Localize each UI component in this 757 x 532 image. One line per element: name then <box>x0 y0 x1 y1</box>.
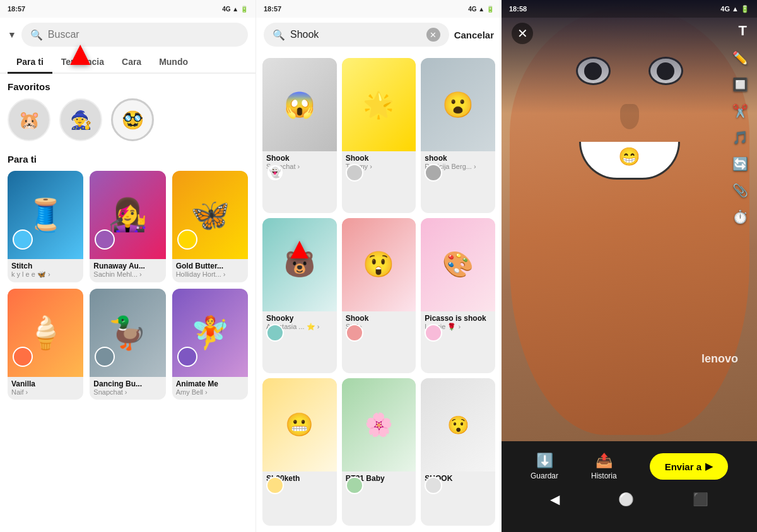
send-label: Enviar a <box>665 461 701 472</box>
send-button[interactable]: Enviar a ▶ <box>650 453 728 480</box>
fav-emoji-2: 🧙 <box>70 110 92 130</box>
list-item[interactable]: 🌟 Shook Tommy › <box>342 58 416 213</box>
status-bar-2: 18:57 4G ▲ 🔋 <box>256 0 502 18</box>
text-tool-icon[interactable]: T <box>739 23 747 39</box>
scissors-icon[interactable]: ✂️ <box>732 103 748 119</box>
lens-creator: k y l e e 🦋 › <box>11 270 79 279</box>
search-row-1: ▼ 🔍 <box>0 18 255 52</box>
sticker-icon[interactable]: 🔲 <box>732 77 748 92</box>
save-icon: ⬇️ <box>536 453 553 469</box>
search-icon-1: 🔍 <box>30 29 43 41</box>
search-active-box[interactable]: 🔍 ✕ <box>264 23 449 47</box>
camera-tools: ✏️ 🔲 ✂️ 🎵 🔄 📎 ⏱️ <box>732 50 748 224</box>
lens-creator: Snapchat › <box>93 388 161 396</box>
tab-para-ti[interactable]: Para ti <box>8 52 52 74</box>
status-icons-3: 4G ▲ 🔋 <box>720 5 749 13</box>
list-item[interactable]: 😱 👻 Shook Snapchat › <box>262 58 337 213</box>
status-icons-2: 4G ▲ 🔋 <box>468 6 494 13</box>
dropdown-icon[interactable]: ▼ <box>8 30 16 40</box>
status-bar-3: 18:58 4G ▲ 🔋 <box>502 0 757 18</box>
cancel-button[interactable]: Cancelar <box>454 30 494 40</box>
time-2: 18:57 <box>264 5 281 13</box>
story-button[interactable]: 📤 Historia <box>591 453 617 480</box>
tab-mundo[interactable]: Mundo <box>150 52 197 74</box>
result-name: Shooky <box>266 314 333 323</box>
status-bar-1: 18:57 4G ▲ 🔋 <box>0 0 255 18</box>
list-item[interactable]: 👩‍🎤 Runaway Au... Sachin Mehl... › <box>90 171 165 282</box>
lens-name: Runaway Au... <box>93 262 161 270</box>
fav-emoji-1: 🐹 <box>18 110 40 130</box>
result-name: Shook <box>266 154 333 163</box>
story-label: Historia <box>591 471 617 480</box>
time-3: 18:58 <box>509 5 527 13</box>
home-icon[interactable]: ⚪ <box>618 492 634 507</box>
list-item[interactable]: 🧵 Stitch k y l e e 🦋 › <box>8 171 83 282</box>
lens-creator: Holliday Hort... › <box>176 270 244 278</box>
red-arrow-2: ▲ <box>285 231 315 265</box>
result-name: shook <box>425 154 491 163</box>
fav-emoji-3: 🥸 <box>122 110 144 130</box>
panel-camera: 18:58 4G ▲ 🔋 <box>502 0 757 532</box>
camera-bottom: ⬇️ Guardar 📤 Historia Enviar a ▶ ◀ ⚪ ⬛ <box>502 441 757 532</box>
results-grid: 😱 👻 Shook Snapchat › 🌟 Shook Tommy › 😮 s… <box>256 52 502 532</box>
status-icons-1: 4G ▲ 🔋 <box>222 6 248 13</box>
red-arrow-1: ▲ <box>63 33 97 72</box>
pencil-icon[interactable]: ✏️ <box>732 50 748 66</box>
lens-creator: Amy Bell › <box>176 388 244 396</box>
camera-actions: ⬇️ Guardar 📤 Historia Enviar a ▶ <box>502 448 757 485</box>
lens-creator: Naif › <box>11 388 79 396</box>
attach-icon[interactable]: 📎 <box>732 183 748 198</box>
clock-icon[interactable]: ⏱️ <box>732 209 748 224</box>
time-1: 18:57 <box>8 5 25 13</box>
fav-item-1[interactable]: 🐹 <box>8 98 50 141</box>
fav-item-3[interactable]: 🥸 <box>111 98 154 141</box>
camera-view: 😁 ✕ T ✏️ 🔲 ✂️ 🎵 🔄 📎 ⏱️ lenovo <box>502 0 757 441</box>
lens-name: Dancing Bu... <box>93 379 161 388</box>
fav-item-2[interactable]: 🧙 <box>59 98 102 141</box>
clear-button[interactable]: ✕ <box>426 28 440 42</box>
search-active-input[interactable] <box>290 29 421 40</box>
panel-search: 18:57 4G ▲ 🔋 🔍 ✕ Cancelar 😱 👻 Shook Snap… <box>255 0 502 532</box>
lenses-grid: 🧵 Stitch k y l e e 🦋 › 👩‍🎤 Runaway Au...… <box>8 171 248 400</box>
send-arrow-icon: ▶ <box>705 461 713 472</box>
panel-browse: 18:57 4G ▲ 🔋 ▼ 🔍 ▲ Para ti Tendencia Car… <box>0 0 255 532</box>
favorites-row: 🐹 🧙 🥸 <box>8 98 248 141</box>
list-item[interactable]: 🧚 Animate Me Amy Bell › <box>172 289 248 400</box>
recents-icon[interactable]: ⬛ <box>693 492 708 507</box>
save-label: Guardar <box>531 471 558 480</box>
lens-name: Vanilla <box>11 379 79 388</box>
close-button[interactable]: ✕ <box>512 23 533 44</box>
scroll-area-1[interactable]: Favoritos 🐹 🧙 🥸 Para ti 🧵 Stitch k y l e <box>0 74 255 532</box>
list-item[interactable]: 😮 shook Patricija Berg... › <box>421 58 495 213</box>
result-name: Shook <box>346 154 413 163</box>
lenovo-label: lenovo <box>701 352 738 366</box>
search-active-bar: 🔍 ✕ Cancelar <box>256 18 502 52</box>
story-icon: 📤 <box>596 453 613 469</box>
list-item[interactable]: 🍦 Vanilla Naif › <box>8 289 83 400</box>
tabs-row-1: Para ti Tendencia Cara Mundo <box>0 52 255 74</box>
list-item[interactable]: 🦋 Gold Butter... Holliday Hort... › <box>172 171 248 282</box>
save-button[interactable]: ⬇️ Guardar <box>531 453 558 480</box>
tab-cara[interactable]: Cara <box>113 52 150 74</box>
list-item[interactable]: 😲 Shook Stef › <box>342 218 416 374</box>
list-item[interactable]: 😯 SHOOK <box>421 378 495 526</box>
list-item[interactable]: 😬 Sh00keth <box>262 378 337 526</box>
back-icon[interactable]: ◀ <box>550 492 560 507</box>
lens-name: Gold Butter... <box>176 262 244 270</box>
result-name: Shook <box>346 314 413 323</box>
lens-name: Stitch <box>11 262 79 270</box>
list-item[interactable]: 🐻 ▲ Shooky Anastasia ... ⭐ › <box>262 218 337 374</box>
navigation-bar: ◀ ⚪ ⬛ <box>502 485 757 513</box>
lens-creator: Sachin Mehl... › <box>93 270 161 278</box>
result-name: Picasso is shook <box>425 314 491 323</box>
music-icon[interactable]: 🎵 <box>732 130 748 145</box>
para-ti-title: Para ti <box>8 154 248 165</box>
favorites-title: Favoritos <box>8 81 248 92</box>
list-item[interactable]: 🦆 Dancing Bu... Snapchat › <box>90 289 165 400</box>
list-item[interactable]: 🎨 Picasso is shook Leonie 🌹 › <box>421 218 495 374</box>
lens-name: Animate Me <box>176 379 244 388</box>
timer-icon[interactable]: 🔄 <box>732 156 748 171</box>
search-icon-2: 🔍 <box>273 29 285 41</box>
search-box-1[interactable]: 🔍 <box>21 23 248 47</box>
list-item[interactable]: 🌸 BT21 Baby <box>342 378 416 526</box>
